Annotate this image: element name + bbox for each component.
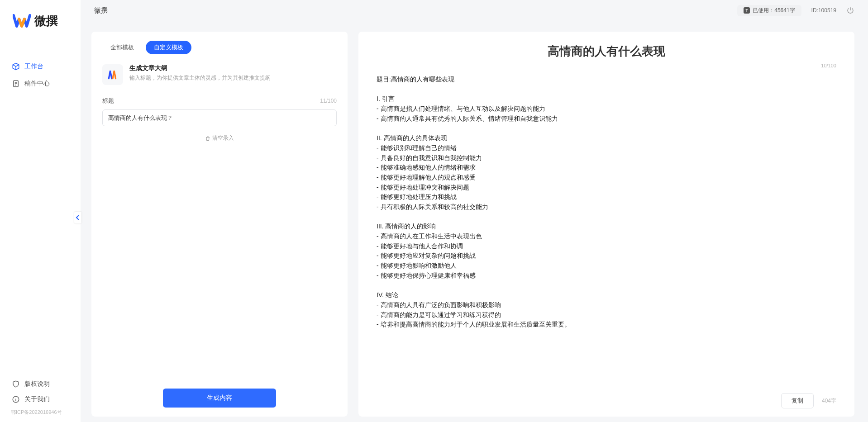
tab-all-templates[interactable]: 全部模板	[102, 41, 142, 54]
nav-workbench[interactable]: 工作台	[0, 58, 81, 75]
collapse-handle[interactable]	[74, 212, 81, 223]
nav: 工作台 稿件中心	[0, 38, 81, 92]
topbar-title: 微撰	[94, 6, 108, 15]
icp-text: 鄂ICP备2022016946号	[0, 407, 81, 418]
tabs: 全部模板 自定义模板	[102, 41, 337, 54]
text-badge-icon: T	[744, 7, 750, 14]
template-title: 生成文章大纲	[129, 64, 271, 72]
nav-label: 工作台	[24, 62, 43, 71]
document-icon	[12, 80, 20, 88]
brand-name: 微撰	[34, 13, 58, 29]
title-field-label: 标题	[102, 97, 114, 105]
logo-icon	[13, 12, 31, 30]
output-title-counter: 10/100	[377, 63, 836, 68]
title-input[interactable]	[102, 109, 337, 126]
topbar: 微撰 T 已使用：45641字 ID:100519	[81, 0, 868, 21]
output-body: 题目:高情商的人有哪些表现 I. 引言 - 高情商是指人们处理情绪、与他人互动以…	[377, 75, 836, 387]
generate-button[interactable]: 生成内容	[163, 389, 276, 408]
power-icon[interactable]	[846, 6, 854, 14]
nav-copyright[interactable]: 版权说明	[0, 376, 81, 392]
nav-label: 版权说明	[24, 380, 50, 388]
output-footer: 复制 404字	[377, 387, 836, 408]
nav-label: 稿件中心	[24, 80, 50, 88]
sidebar: 微撰 工作台 稿件中心	[0, 0, 81, 422]
copy-button[interactable]: 复制	[781, 393, 814, 408]
content: 全部模板 自定义模板 生成文章大纲 输入标题，为你提供文章主体的灵感，并为其创建…	[81, 21, 868, 422]
sidebar-bottom: 版权说明 关于我们 鄂ICP备2022016946号	[0, 376, 81, 422]
template-row: 生成文章大纲 输入标题，为你提供文章主体的灵感，并为其创建推文提纲	[102, 64, 337, 85]
input-panel: 全部模板 自定义模板 生成文章大纲 输入标题，为你提供文章主体的灵感，并为其创建…	[91, 32, 348, 417]
shield-icon	[12, 380, 20, 388]
usage-label: 已使用：45641字	[753, 7, 795, 14]
clear-label: 清空录入	[212, 134, 234, 142]
template-icon	[102, 64, 123, 85]
chevron-left-icon	[76, 215, 80, 220]
logo: 微撰	[0, 0, 81, 38]
usage-pill[interactable]: T 已使用：45641字	[737, 5, 801, 16]
template-desc: 输入标题，为你提供文章主体的灵感，并为其创建推文提纲	[129, 74, 271, 82]
cube-icon	[12, 62, 20, 71]
nav-label: 关于我们	[24, 395, 50, 403]
nav-drafts[interactable]: 稿件中心	[0, 75, 81, 92]
user-id: ID:100519	[811, 7, 836, 14]
tab-custom-template[interactable]: 自定义模板	[146, 41, 191, 54]
trash-icon	[205, 136, 210, 141]
output-title: 高情商的人有什么表现	[377, 43, 836, 59]
title-field-counter: 11/100	[320, 98, 337, 104]
nav-about[interactable]: 关于我们	[0, 392, 81, 407]
word-count: 404字	[822, 397, 836, 405]
main: 微撰 T 已使用：45641字 ID:100519 全部模板 自定	[81, 0, 868, 422]
clear-input-button[interactable]: 清空录入	[102, 134, 337, 142]
output-panel: 高情商的人有什么表现 10/100 题目:高情商的人有哪些表现 I. 引言 - …	[358, 32, 854, 417]
info-icon	[12, 395, 20, 403]
